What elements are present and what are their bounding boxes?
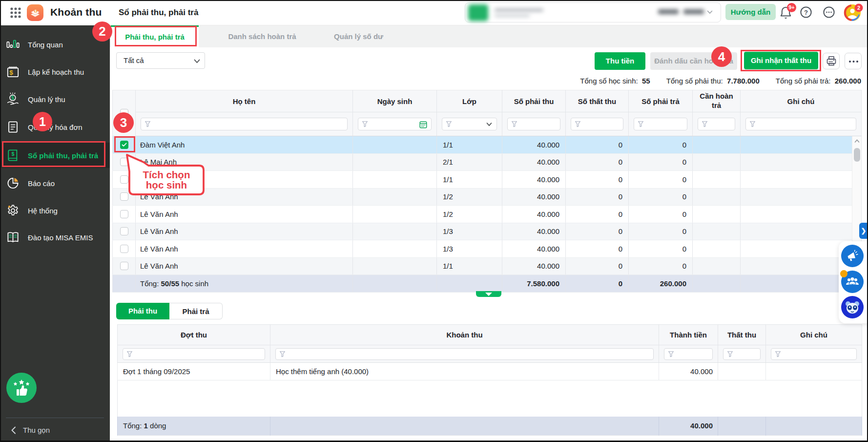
svg-text:Tích chọn: Tích chọn — [143, 169, 190, 180]
svg-text:$: $ — [35, 9, 37, 13]
svg-text:$: $ — [9, 69, 13, 76]
svg-text:$: $ — [11, 95, 14, 101]
svg-text:học sinh: học sinh — [146, 179, 187, 190]
svg-text:?: ? — [804, 9, 808, 16]
svg-text:2: 2 — [857, 5, 860, 11]
